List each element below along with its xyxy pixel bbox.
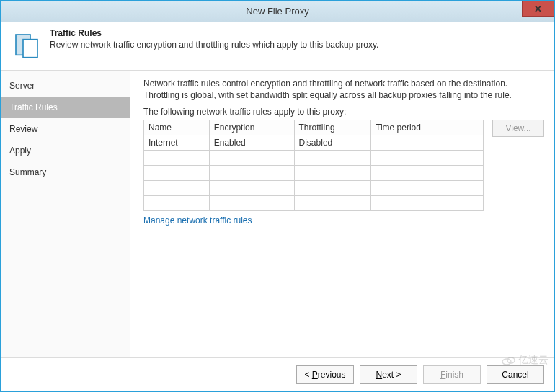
wizard-footer: < Previous Next > Finish Cancel — [1, 357, 554, 391]
close-button[interactable]: ✕ — [522, 1, 554, 17]
sidebar-item-review[interactable]: Review — [1, 118, 130, 140]
table-row-empty — [144, 166, 484, 181]
table-cell: Disabled — [294, 135, 371, 151]
header-title: Traffic Rules — [50, 28, 378, 38]
table-row-empty — [144, 196, 484, 211]
table-cell: Enabled — [209, 135, 294, 151]
table-label: The following network traffic rules appl… — [143, 107, 544, 117]
table-cell — [463, 135, 484, 151]
close-icon: ✕ — [534, 4, 542, 14]
svg-rect-1 — [23, 40, 37, 58]
column-header-blank — [463, 120, 484, 135]
column-header[interactable]: Time period — [371, 120, 463, 135]
view-button: View... — [492, 120, 544, 137]
table-cell — [371, 135, 463, 151]
window-title: New File Proxy — [246, 6, 308, 17]
sidebar-item-server[interactable]: Server — [1, 75, 130, 97]
table-row[interactable]: InternetEnabledDisabled — [144, 135, 484, 151]
column-header[interactable]: Encryption — [209, 120, 294, 135]
main-panel: Network traffic rules control encryption… — [130, 71, 554, 357]
sidebar-item-apply[interactable]: Apply — [1, 140, 130, 161]
table-cell: Internet — [144, 135, 210, 151]
next-button[interactable]: Next > — [360, 365, 417, 384]
wizard-body: ServerTraffic RulesReviewApplySummary Ne… — [1, 71, 554, 357]
wizard-sidebar: ServerTraffic RulesReviewApplySummary — [1, 71, 130, 357]
column-header[interactable]: Throttling — [294, 120, 371, 135]
sidebar-item-traffic-rules[interactable]: Traffic Rules — [1, 97, 130, 118]
previous-button[interactable]: < Previous — [296, 365, 354, 384]
traffic-rules-table[interactable]: NameEncryptionThrottlingTime period Inte… — [143, 120, 484, 211]
wizard-window: New File Proxy ✕ Traffic Rules Review ne… — [0, 0, 555, 392]
table-row-empty — [144, 151, 484, 166]
cancel-button[interactable]: Cancel — [487, 365, 544, 384]
manage-rules-link[interactable]: Manage network traffic rules — [143, 215, 544, 226]
sidebar-item-summary[interactable]: Summary — [1, 161, 130, 183]
titlebar: New File Proxy ✕ — [1, 1, 554, 22]
proxy-icon — [9, 28, 44, 63]
header-subtitle: Review network traffic encryption and th… — [50, 40, 378, 50]
table-row-empty — [144, 181, 484, 196]
finish-button: Finish — [423, 365, 481, 384]
wizard-header: Traffic Rules Review network traffic enc… — [1, 22, 554, 71]
column-header[interactable]: Name — [144, 120, 210, 135]
description-text: Network traffic rules control encryption… — [143, 78, 544, 101]
